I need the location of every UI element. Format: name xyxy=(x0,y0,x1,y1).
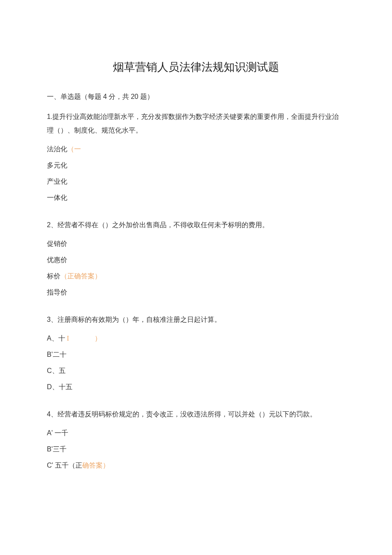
q1-option-a-text: 法治化 xyxy=(47,145,67,153)
q3-option-d: D、十五 xyxy=(47,380,345,394)
q2-option-a: 促销价 xyxy=(47,237,345,251)
q3-option-b-text: 二十 xyxy=(53,351,66,358)
q2-number: 2 xyxy=(47,221,51,228)
section-heading-suffix: 题） xyxy=(138,93,154,100)
q3-option-a-hint-2: ） xyxy=(95,335,101,342)
q3-option-a: A、十 I） xyxy=(47,332,345,345)
q3-option-a-text: 、十 xyxy=(52,335,65,342)
q2-body: 、经营者不得在（）之外加价出售商品，不得收取任何未予标明的费用。 xyxy=(51,221,269,228)
q3-option-c-text: 、五 xyxy=(52,367,66,374)
q3-body: 、注册商标的有效期为（）年，自核准注册之日起计算。 xyxy=(51,316,221,323)
question-block-2: 2、经营者不得在（）之外加价出售商品，不得收取任何未予标明的费用。 促销价 优惠… xyxy=(47,218,345,299)
q4-option-a-label: A' xyxy=(47,429,53,436)
q1-option-c: 产业化 xyxy=(47,175,345,188)
section-heading-prefix: 一、单选题（每题 xyxy=(47,93,103,100)
q1-option-d: 一体化 xyxy=(47,191,345,205)
q3-option-a-hint-1: I xyxy=(65,335,69,342)
q4-option-a-text: 一千 xyxy=(53,429,68,436)
document-page: 烟草营销人员法律法规知识测试题 一、单选题（每题 4 分，共 20 题） 1.提… xyxy=(0,0,392,512)
q1-option-a-hint: （一 xyxy=(67,145,81,153)
section-heading-points: 4 xyxy=(103,93,107,100)
q4-option-b-text: 三千 xyxy=(53,445,66,453)
question-block-3: 3、注册商标的有效期为（）年，自核准注册之日起计算。 A、十 I） B'二十 C… xyxy=(47,313,345,394)
q4-option-c-label: C' xyxy=(47,462,53,469)
q1-option-b: 多元化 xyxy=(47,159,345,172)
q4-option-a: A' 一千 xyxy=(47,426,345,440)
question-block-4: 4、经营者违反明码标价规定的，责令改正，没收违法所得，可以并处（）元以下的罚款。… xyxy=(47,408,345,472)
q3-option-d-text: 、十五 xyxy=(52,383,72,390)
question-4-text: 4、经营者违反明码标价规定的，责令改正，没收违法所得，可以并处（）元以下的罚款。 xyxy=(47,408,345,421)
q4-option-c-hint: 确答案） xyxy=(82,462,110,469)
q3-option-c: C、五 xyxy=(47,364,345,378)
q4-body: 、经营者违反明码标价规定的，责令改正，没收违法所得，可以并处（）元以下的罚款。 xyxy=(51,410,317,418)
section-heading: 一、单选题（每题 4 分，共 20 题） xyxy=(47,91,345,103)
q4-option-c-text: 五千（正 xyxy=(53,462,82,469)
q1-number: 1. xyxy=(47,113,52,120)
q4-option-b: B'三千 xyxy=(47,442,345,456)
q1-option-a: 法治化（一 xyxy=(47,142,345,156)
q2-option-c-hint: （正确答案） xyxy=(61,272,101,280)
document-title: 烟草营销人员法律法规知识测试题 xyxy=(47,60,345,75)
q3-option-d-label: D xyxy=(47,383,52,390)
q4-option-c: C' 五千（正确答案） xyxy=(47,459,345,472)
q3-option-b: B'二十 xyxy=(47,348,345,361)
question-block-1: 1.提升行业高效能治理新水平，充分发挥数据作为数字经济关键要素的重要作用，全面提… xyxy=(47,110,345,205)
q2-option-b: 优惠价 xyxy=(47,253,345,267)
section-heading-count: 20 xyxy=(131,93,138,100)
q3-option-a-label: A xyxy=(47,335,52,342)
q2-option-d: 指导价 xyxy=(47,286,345,299)
q2-option-c: 标价（正确答案） xyxy=(47,269,345,283)
question-1-text: 1.提升行业高效能治理新水平，充分发挥数据作为数字经济关键要素的重要作用，全面提… xyxy=(47,110,345,137)
q3-option-c-label: C xyxy=(47,367,52,374)
q2-option-c-text: 标价 xyxy=(47,272,61,280)
q3-number: 3 xyxy=(47,316,51,323)
section-heading-mid: 分，共 xyxy=(107,93,131,100)
question-3-text: 3、注册商标的有效期为（）年，自核准注册之日起计算。 xyxy=(47,313,345,327)
question-2-text: 2、经营者不得在（）之外加价出售商品，不得收取任何未予标明的费用。 xyxy=(47,218,345,232)
q3-option-b-label: B' xyxy=(47,351,53,358)
q4-number: 4 xyxy=(47,410,51,418)
q1-body: 提升行业高效能治理新水平，充分发挥数据作为数字经济关键要素的重要作用，全面提升行… xyxy=(47,113,339,134)
q4-option-b-label: B' xyxy=(47,445,53,453)
